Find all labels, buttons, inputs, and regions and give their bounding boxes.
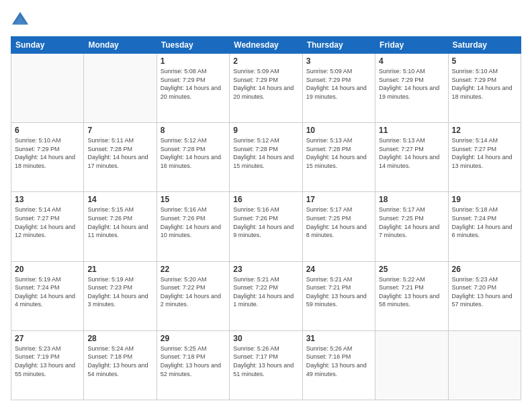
- day-number: 6: [15, 126, 80, 135]
- day-info: Sunrise: 5:13 AM Sunset: 7:27 PM Dayligh…: [379, 136, 444, 170]
- calendar-cell: 24Sunrise: 5:21 AM Sunset: 7:21 PM Dayli…: [302, 261, 375, 330]
- day-info: Sunrise: 5:09 AM Sunset: 7:29 PM Dayligh…: [306, 67, 371, 101]
- day-info: Sunrise: 5:12 AM Sunset: 7:28 PM Dayligh…: [233, 136, 298, 170]
- calendar-cell: 4Sunrise: 5:10 AM Sunset: 7:29 PM Daylig…: [375, 54, 448, 123]
- calendar-cell: 18Sunrise: 5:17 AM Sunset: 7:25 PM Dayli…: [375, 192, 448, 261]
- weekday-header-monday: Monday: [84, 37, 157, 54]
- day-info: Sunrise: 5:16 AM Sunset: 7:26 PM Dayligh…: [233, 205, 298, 239]
- week-row-3: 13Sunrise: 5:14 AM Sunset: 7:27 PM Dayli…: [11, 192, 521, 261]
- day-info: Sunrise: 5:26 AM Sunset: 7:17 PM Dayligh…: [233, 345, 298, 378]
- day-info: Sunrise: 5:14 AM Sunset: 7:27 PM Dayligh…: [452, 136, 517, 170]
- day-info: Sunrise: 5:16 AM Sunset: 7:26 PM Dayligh…: [161, 205, 226, 239]
- calendar-cell: 29Sunrise: 5:25 AM Sunset: 7:18 PM Dayli…: [157, 330, 229, 400]
- day-number: 30: [233, 334, 298, 343]
- day-number: 15: [161, 195, 226, 204]
- day-info: Sunrise: 5:10 AM Sunset: 7:29 PM Dayligh…: [452, 67, 517, 101]
- calendar-cell: 11Sunrise: 5:13 AM Sunset: 7:27 PM Dayli…: [375, 123, 448, 192]
- day-number: 4: [379, 56, 444, 66]
- calendar-cell: 30Sunrise: 5:26 AM Sunset: 7:17 PM Dayli…: [230, 330, 302, 400]
- day-info: Sunrise: 5:17 AM Sunset: 7:25 PM Dayligh…: [379, 205, 444, 239]
- day-number: 12: [452, 126, 517, 135]
- calendar-cell: 23Sunrise: 5:21 AM Sunset: 7:22 PM Dayli…: [230, 261, 302, 330]
- day-number: 5: [452, 56, 517, 66]
- day-number: 22: [161, 265, 226, 274]
- day-info: Sunrise: 5:25 AM Sunset: 7:18 PM Dayligh…: [161, 345, 226, 378]
- day-info: Sunrise: 5:08 AM Sunset: 7:29 PM Dayligh…: [161, 67, 226, 101]
- day-number: 2: [233, 56, 298, 66]
- day-info: Sunrise: 5:19 AM Sunset: 7:23 PM Dayligh…: [87, 275, 152, 309]
- calendar-cell: [448, 330, 521, 400]
- calendar-cell: 6Sunrise: 5:10 AM Sunset: 7:29 PM Daylig…: [11, 123, 84, 192]
- day-number: 11: [379, 126, 444, 135]
- day-number: 29: [161, 334, 226, 343]
- calendar-cell: 31Sunrise: 5:26 AM Sunset: 7:16 PM Dayli…: [302, 330, 375, 400]
- calendar-cell: 16Sunrise: 5:16 AM Sunset: 7:26 PM Dayli…: [230, 192, 302, 261]
- calendar-cell: 7Sunrise: 5:11 AM Sunset: 7:28 PM Daylig…: [84, 123, 157, 192]
- day-number: 20: [15, 265, 80, 274]
- day-number: 28: [87, 334, 152, 343]
- weekday-header-wednesday: Wednesday: [230, 37, 302, 54]
- calendar-cell: 20Sunrise: 5:19 AM Sunset: 7:24 PM Dayli…: [11, 261, 84, 330]
- calendar-cell: 2Sunrise: 5:09 AM Sunset: 7:29 PM Daylig…: [230, 54, 302, 123]
- calendar-cell: 25Sunrise: 5:22 AM Sunset: 7:21 PM Dayli…: [375, 261, 448, 330]
- calendar-cell: 28Sunrise: 5:24 AM Sunset: 7:18 PM Dayli…: [84, 330, 157, 400]
- day-info: Sunrise: 5:24 AM Sunset: 7:18 PM Dayligh…: [87, 345, 152, 378]
- day-number: 14: [87, 195, 152, 204]
- calendar-cell: 17Sunrise: 5:17 AM Sunset: 7:25 PM Dayli…: [302, 192, 375, 261]
- calendar-cell: 9Sunrise: 5:12 AM Sunset: 7:28 PM Daylig…: [230, 123, 302, 192]
- day-info: Sunrise: 5:09 AM Sunset: 7:29 PM Dayligh…: [233, 67, 298, 101]
- weekday-header-friday: Friday: [375, 37, 448, 54]
- weekday-header-saturday: Saturday: [448, 37, 521, 54]
- day-number: 27: [15, 334, 80, 343]
- day-info: Sunrise: 5:26 AM Sunset: 7:16 PM Dayligh…: [306, 345, 371, 378]
- calendar-cell: 10Sunrise: 5:13 AM Sunset: 7:28 PM Dayli…: [302, 123, 375, 192]
- header: [11, 11, 521, 30]
- day-number: 9: [233, 126, 298, 135]
- week-row-1: 1Sunrise: 5:08 AM Sunset: 7:29 PM Daylig…: [11, 54, 521, 123]
- calendar-cell: 19Sunrise: 5:18 AM Sunset: 7:24 PM Dayli…: [448, 192, 521, 261]
- calendar-cell: 22Sunrise: 5:20 AM Sunset: 7:22 PM Dayli…: [157, 261, 229, 330]
- logo: [11, 11, 32, 30]
- day-info: Sunrise: 5:23 AM Sunset: 7:20 PM Dayligh…: [452, 275, 517, 309]
- calendar-cell: [375, 330, 448, 400]
- day-info: Sunrise: 5:18 AM Sunset: 7:24 PM Dayligh…: [452, 205, 517, 239]
- day-number: 3: [306, 56, 371, 66]
- calendar-table: SundayMondayTuesdayWednesdayThursdayFrid…: [11, 36, 521, 400]
- day-info: Sunrise: 5:19 AM Sunset: 7:24 PM Dayligh…: [15, 275, 80, 309]
- day-number: 26: [452, 265, 517, 274]
- calendar-cell: [84, 54, 157, 123]
- day-number: 8: [161, 126, 226, 135]
- day-info: Sunrise: 5:10 AM Sunset: 7:29 PM Dayligh…: [379, 67, 444, 101]
- week-row-4: 20Sunrise: 5:19 AM Sunset: 7:24 PM Dayli…: [11, 261, 521, 330]
- day-info: Sunrise: 5:22 AM Sunset: 7:21 PM Dayligh…: [379, 275, 444, 309]
- day-number: 21: [87, 265, 152, 274]
- day-info: Sunrise: 5:17 AM Sunset: 7:25 PM Dayligh…: [306, 205, 371, 239]
- weekday-header-sunday: Sunday: [11, 37, 84, 54]
- weekday-header-row: SundayMondayTuesdayWednesdayThursdayFrid…: [11, 37, 521, 54]
- day-number: 18: [379, 195, 444, 204]
- day-number: 16: [233, 195, 298, 204]
- day-number: 13: [15, 195, 80, 204]
- page: SundayMondayTuesdayWednesdayThursdayFrid…: [0, 0, 532, 411]
- day-info: Sunrise: 5:21 AM Sunset: 7:22 PM Dayligh…: [233, 275, 298, 309]
- calendar-cell: 12Sunrise: 5:14 AM Sunset: 7:27 PM Dayli…: [448, 123, 521, 192]
- day-info: Sunrise: 5:23 AM Sunset: 7:19 PM Dayligh…: [15, 345, 80, 378]
- logo-icon: [11, 11, 30, 30]
- calendar-cell: 15Sunrise: 5:16 AM Sunset: 7:26 PM Dayli…: [157, 192, 229, 261]
- day-number: 31: [306, 334, 371, 343]
- day-number: 10: [306, 126, 371, 135]
- day-number: 17: [306, 195, 371, 204]
- calendar-cell: [11, 54, 84, 123]
- day-info: Sunrise: 5:20 AM Sunset: 7:22 PM Dayligh…: [161, 275, 226, 309]
- weekday-header-thursday: Thursday: [302, 37, 375, 54]
- week-row-2: 6Sunrise: 5:10 AM Sunset: 7:29 PM Daylig…: [11, 123, 521, 192]
- calendar-cell: 3Sunrise: 5:09 AM Sunset: 7:29 PM Daylig…: [302, 54, 375, 123]
- day-info: Sunrise: 5:10 AM Sunset: 7:29 PM Dayligh…: [15, 136, 80, 170]
- day-number: 19: [452, 195, 517, 204]
- day-info: Sunrise: 5:12 AM Sunset: 7:28 PM Dayligh…: [161, 136, 226, 170]
- calendar-cell: 13Sunrise: 5:14 AM Sunset: 7:27 PM Dayli…: [11, 192, 84, 261]
- weekday-header-tuesday: Tuesday: [157, 37, 229, 54]
- calendar-cell: 21Sunrise: 5:19 AM Sunset: 7:23 PM Dayli…: [84, 261, 157, 330]
- calendar-cell: 5Sunrise: 5:10 AM Sunset: 7:29 PM Daylig…: [448, 54, 521, 123]
- day-number: 25: [379, 265, 444, 274]
